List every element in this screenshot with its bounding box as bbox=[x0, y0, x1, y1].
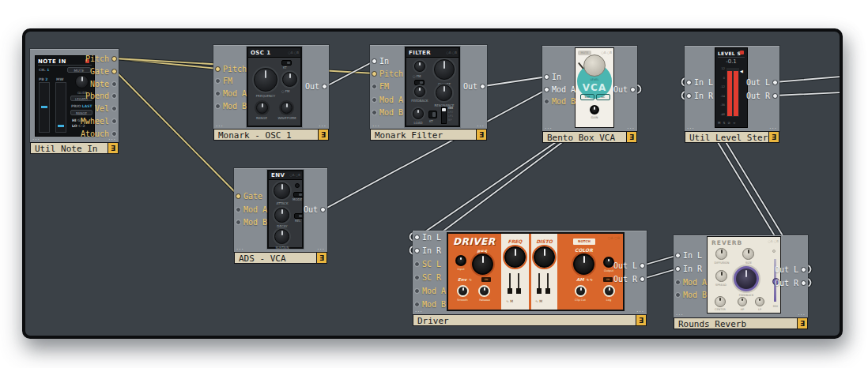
port-label: Out bbox=[305, 82, 319, 91]
port-socket-icon[interactable] bbox=[111, 69, 117, 74]
port-label: Out R bbox=[746, 92, 770, 100]
structure-toggle-icon[interactable]: Ǝ bbox=[797, 318, 807, 329]
module-panel: ENV ○A ○B ATTACK MODE DECAY REL SUSTAIN … bbox=[234, 168, 327, 252]
port-out-r-output[interactable]: Out R bbox=[674, 276, 808, 289]
module-monark-osc1[interactable]: OSC 1 ○A ○B KT FREQUENCY ○ FM RANGE WAVE… bbox=[213, 45, 329, 141]
port-out-output[interactable]: Out bbox=[542, 83, 637, 96]
module-name-bar[interactable]: Util Level Stereo Ǝ bbox=[685, 131, 779, 143]
port-socket-icon[interactable] bbox=[111, 93, 117, 99]
port-pbend-output[interactable]: Pbend bbox=[30, 89, 119, 102]
port-pitch-output[interactable]: Pitch bbox=[30, 52, 119, 65]
module-driver[interactable]: ○A ○B DRIVER RES Input Env ∿ ON Smooth R… bbox=[413, 231, 647, 326]
module-panel: NOTE IN CH. 1 MUTE PB 2 MW GLIDE LEGATO … bbox=[30, 49, 119, 142]
module-name-bar[interactable]: Util Note In Ǝ bbox=[30, 142, 119, 154]
module-name-bar[interactable]: Bento Box VCA Ǝ bbox=[542, 131, 637, 143]
port-label: Out L bbox=[775, 265, 798, 274]
module-bento-box-vca[interactable]: MUTE ○A ○B LEVEL VCA EXP AC GAIN InMod A… bbox=[542, 46, 637, 143]
module-name: Monark - OSC 1 bbox=[214, 130, 318, 140]
structure-toggle-icon[interactable]: Ǝ bbox=[626, 132, 636, 142]
port-socket-icon[interactable] bbox=[111, 56, 117, 62]
module-name-bar[interactable]: Driver Ǝ bbox=[413, 314, 647, 326]
port-socket-icon[interactable] bbox=[772, 80, 778, 85]
port-socket-icon[interactable] bbox=[111, 81, 117, 87]
port-out-l-output[interactable]: Out L bbox=[685, 76, 779, 88]
port-out-output[interactable]: Out bbox=[234, 203, 327, 216]
port-label: Out L bbox=[746, 78, 770, 87]
port-out-r-output[interactable]: Out R bbox=[685, 89, 779, 102]
port-socket-icon[interactable] bbox=[111, 106, 117, 111]
module-name-bar[interactable]: ADS - VCA Ǝ bbox=[234, 252, 327, 264]
port-socket-icon[interactable] bbox=[630, 87, 636, 92]
module-ads-vca-envelope[interactable]: ENV ○A ○B ATTACK MODE DECAY REL SUSTAIN … bbox=[234, 168, 327, 264]
module-name-bar[interactable]: Monark - OSC 1 Ǝ bbox=[213, 129, 329, 141]
port-label: Mwheel bbox=[81, 117, 109, 126]
module-rounds-reverb[interactable]: REVERB ○A ○B DIFFUSION SIZE SPREAD FEEDB… bbox=[674, 235, 808, 329]
port-out-l-output[interactable]: Out L bbox=[413, 259, 647, 272]
patch-cable[interactable] bbox=[484, 77, 547, 86]
port-out-output[interactable]: Out bbox=[213, 80, 329, 92]
port-socket-icon[interactable] bbox=[111, 131, 117, 137]
patch-cable[interactable] bbox=[775, 77, 840, 82]
port-socket-icon[interactable] bbox=[111, 118, 117, 124]
module-util-level-stereo[interactable]: LEVEL S -0.1 120-12-24-36-48 ◀ M S ⊘ ∞ I… bbox=[685, 46, 779, 143]
patch-canvas[interactable]: NOTE IN CH. 1 MUTE PB 2 MW GLIDE LEGATO … bbox=[22, 28, 843, 339]
port-out-output[interactable]: Out bbox=[370, 80, 487, 92]
module-name: Rounds Reverb bbox=[674, 318, 797, 329]
module-name: Driver bbox=[413, 315, 636, 325]
port-socket-icon[interactable] bbox=[640, 276, 645, 282]
module-name: Monark Filter bbox=[371, 130, 476, 140]
structure-toggle-icon[interactable]: Ǝ bbox=[636, 315, 646, 325]
port-label: Note bbox=[90, 80, 109, 88]
port-out-r-output[interactable]: Out R bbox=[413, 272, 647, 285]
module-panel: LEVEL S -0.1 120-12-24-36-48 ◀ M S ⊘ ∞ I… bbox=[685, 46, 779, 131]
port-socket-icon[interactable] bbox=[801, 280, 806, 286]
port-socket-icon[interactable] bbox=[320, 207, 326, 212]
port-gate-output[interactable]: Gate bbox=[30, 65, 119, 77]
module-name: ADS - VCA bbox=[235, 253, 316, 263]
module-panel: ○A ○B DRIVER RES Input Env ∿ ON Smooth R… bbox=[413, 231, 647, 314]
module-name: Util Note In bbox=[31, 143, 108, 153]
desktop-background: NOTE IN CH. 1 MUTE PB 2 MW GLIDE LEGATO … bbox=[0, 0, 868, 368]
port-socket-icon[interactable] bbox=[640, 263, 645, 268]
port-label: Gate bbox=[90, 67, 109, 76]
module-name-bar[interactable]: Rounds Reverb Ǝ bbox=[674, 317, 808, 329]
module-util-note-in[interactable]: NOTE IN CH. 1 MUTE PB 2 MW GLIDE LEGATO … bbox=[30, 49, 119, 154]
port-label: Pbend bbox=[85, 92, 109, 100]
port-vel-output[interactable]: Vel bbox=[30, 102, 119, 115]
port-label: Out R bbox=[775, 279, 798, 287]
port-atouch-output[interactable]: Atouch bbox=[30, 127, 119, 140]
port-label: Out L bbox=[613, 261, 637, 270]
port-socket-icon[interactable] bbox=[772, 93, 778, 99]
port-label: Atouch bbox=[81, 130, 109, 138]
port-mwheel-output[interactable]: Mwheel bbox=[30, 115, 119, 127]
port-label: Out bbox=[304, 205, 318, 214]
port-label: Vel bbox=[95, 104, 109, 113]
module-panel: REVERB ○A ○B DIFFUSION SIZE SPREAD FEEDB… bbox=[674, 235, 808, 317]
module-name-bar[interactable]: Monark Filter Ǝ bbox=[370, 129, 487, 141]
structure-toggle-icon[interactable]: Ǝ bbox=[476, 130, 486, 140]
port-label: Pitch bbox=[85, 54, 109, 63]
module-monark-filter[interactable]: FILTER ○A ○B ○ FM CUTOFF FEEDBACK RESONA… bbox=[370, 45, 487, 141]
structure-toggle-icon[interactable]: Ǝ bbox=[316, 253, 326, 263]
module-name: Bento Box VCA bbox=[543, 132, 626, 142]
module-name: Util Level Stereo bbox=[685, 132, 768, 142]
port-socket-icon[interactable] bbox=[801, 267, 806, 272]
module-panel: MUTE ○A ○B LEVEL VCA EXP AC GAIN InMod A… bbox=[542, 46, 637, 131]
module-panel: FILTER ○A ○B ○ FM CUTOFF FEEDBACK RESONA… bbox=[370, 45, 487, 129]
structure-toggle-icon[interactable]: Ǝ bbox=[318, 130, 328, 140]
port-label: Out bbox=[613, 85, 628, 94]
port-note-output[interactable]: Note bbox=[30, 77, 119, 90]
port-socket-icon[interactable] bbox=[322, 84, 327, 89]
structure-toggle-icon[interactable]: Ǝ bbox=[108, 143, 118, 153]
module-panel: OSC 1 ○A ○B KT FREQUENCY ○ FM RANGE WAVE… bbox=[213, 45, 329, 129]
port-label: Out bbox=[463, 82, 477, 91]
port-out-l-output[interactable]: Out L bbox=[674, 263, 808, 276]
port-socket-icon[interactable] bbox=[480, 84, 485, 89]
port-label: Out R bbox=[613, 275, 637, 284]
structure-toggle-icon[interactable]: Ǝ bbox=[768, 132, 779, 142]
